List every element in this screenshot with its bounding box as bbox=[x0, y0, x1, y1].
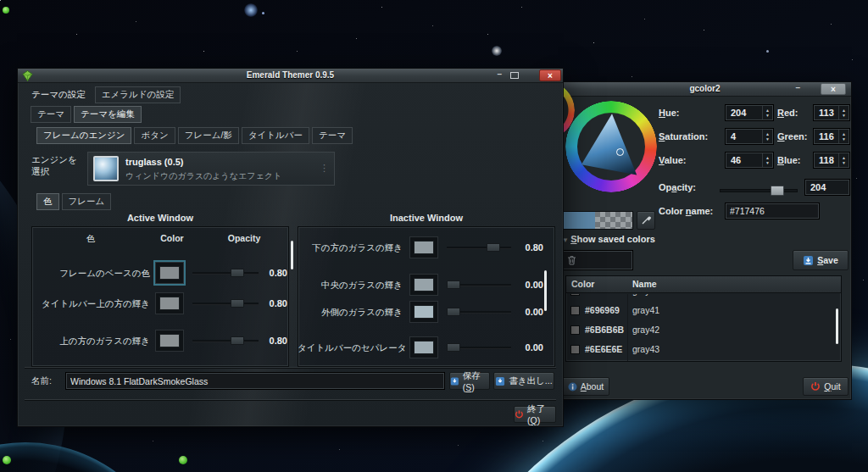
truglass-engine-icon bbox=[93, 156, 119, 181]
row-color-swatch bbox=[570, 294, 580, 296]
saved-color-row[interactable]: #6B6B6B gray42 bbox=[566, 320, 841, 340]
spin-arrows-icon[interactable]: ▲▼ bbox=[838, 106, 849, 119]
opacity-slider[interactable] bbox=[447, 284, 511, 286]
tab-emerald-settings[interactable]: エメラルドの設定 bbox=[95, 86, 181, 103]
panel-scrollbar[interactable] bbox=[544, 270, 547, 311]
tab-titlebar[interactable]: タイトルバー bbox=[242, 127, 309, 144]
tab-buttons[interactable]: ボタン bbox=[134, 127, 175, 144]
slider-handle[interactable] bbox=[231, 299, 244, 308]
color-preview bbox=[562, 211, 633, 230]
slider-handle[interactable] bbox=[231, 269, 244, 277]
editor-tabs: フレームのエンジン ボタン フレーム/影 タイトルバー テーマ bbox=[36, 127, 353, 144]
saved-color-name-input[interactable] bbox=[562, 250, 633, 270]
saved-colors-list: Color Name #666666 gray40 #696969 gray41… bbox=[565, 275, 842, 362]
opacity-slider-handle[interactable] bbox=[771, 186, 784, 196]
saturation-spinbox[interactable]: 4▲▼ bbox=[725, 128, 774, 145]
saved-color-row[interactable]: #6E6E6E gray43 bbox=[566, 340, 841, 359]
quit-button[interactable]: Quit bbox=[803, 377, 849, 396]
hue-spinbox[interactable]: 204▲▼ bbox=[725, 104, 774, 121]
panel-scrollbar[interactable] bbox=[291, 241, 293, 269]
opacity-slider[interactable] bbox=[192, 340, 259, 342]
name-column-header[interactable]: Name bbox=[632, 279, 657, 289]
color-swatch-button[interactable] bbox=[409, 336, 438, 358]
tab-edit-theme[interactable]: テーマを編集 bbox=[74, 106, 142, 123]
eyedropper-button[interactable] bbox=[637, 211, 655, 230]
about-button[interactable]: About bbox=[562, 377, 609, 396]
save-theme-button[interactable]: 保存(S) bbox=[449, 372, 490, 390]
slider-handle[interactable] bbox=[231, 336, 244, 345]
spin-arrows-icon[interactable]: ▲▼ bbox=[762, 153, 772, 167]
color-swatch-button[interactable] bbox=[155, 292, 184, 314]
tab-frame[interactable]: フレーム bbox=[62, 193, 112, 210]
tab-frame-engine[interactable]: フレームのエンジン bbox=[36, 127, 131, 144]
show-saved-colors-expander[interactable]: ▼ Show saved colors bbox=[562, 234, 655, 244]
green-spinbox[interactable]: 116▲▼ bbox=[813, 128, 850, 145]
planet-bottom-left bbox=[0, 442, 178, 472]
list-scrollbar[interactable] bbox=[836, 308, 838, 344]
export-theme-button[interactable]: 書き出し... bbox=[493, 372, 554, 390]
desktop: gcolor2 – × Hue: 204▲▼ Saturation: 4▲▼ V… bbox=[0, 0, 868, 472]
tab-themes[interactable]: テーマ bbox=[31, 106, 71, 123]
saved-colors-header: Color Name bbox=[566, 276, 841, 293]
about-button-label: About bbox=[581, 381, 604, 391]
opacity-slider[interactable] bbox=[192, 272, 259, 275]
slider-handle[interactable] bbox=[487, 243, 500, 252]
quit-button-label: Quit bbox=[824, 381, 840, 391]
opacity-slider[interactable] bbox=[447, 311, 511, 314]
value-spinbox[interactable]: 46▲▼ bbox=[725, 152, 774, 169]
tab-frame-shadow[interactable]: フレーム/影 bbox=[178, 127, 239, 144]
engine-combobox[interactable]: truglass (0.5) ウィンドウのガラスのようなエフェクト ⋮ bbox=[87, 152, 335, 186]
tab-color[interactable]: 色 bbox=[36, 193, 59, 210]
opacity-slider[interactable] bbox=[447, 247, 511, 249]
spin-arrows-icon[interactable]: ▲▼ bbox=[762, 106, 772, 119]
row-color-swatch bbox=[570, 306, 580, 315]
spin-arrows-icon[interactable]: ▲▼ bbox=[762, 130, 772, 143]
emerald-titlebar[interactable]: Emerald Themer 0.9.5 – × bbox=[18, 69, 563, 83]
close-button[interactable]: × bbox=[539, 69, 561, 81]
gcolor2-window: gcolor2 – × Hue: 204▲▼ Saturation: 4▲▼ V… bbox=[558, 81, 852, 400]
active-window-title: Active Window bbox=[31, 213, 289, 223]
color-selector-dot[interactable] bbox=[616, 148, 624, 156]
spin-arrows-icon[interactable]: ▲▼ bbox=[838, 130, 849, 143]
save-icon bbox=[450, 376, 459, 386]
opacity-slider[interactable] bbox=[720, 189, 798, 192]
gcolor2-window-title: gcolor2 bbox=[559, 84, 851, 93]
opacity-value-box[interactable]: 204 bbox=[804, 179, 850, 196]
slider-handle[interactable] bbox=[447, 280, 460, 289]
color-swatch-button[interactable] bbox=[409, 274, 438, 296]
export-icon bbox=[495, 376, 505, 386]
red-spinbox[interactable]: 113▲▼ bbox=[813, 104, 850, 121]
color-column-header[interactable]: Color bbox=[571, 279, 594, 289]
theme-name-input[interactable] bbox=[65, 372, 445, 390]
gcolor2-titlebar[interactable]: gcolor2 – × bbox=[559, 82, 851, 97]
color-swatch-button[interactable] bbox=[155, 262, 184, 284]
tab-theme-settings[interactable]: テーマの設定 bbox=[25, 86, 92, 103]
close-button[interactable]: × bbox=[821, 83, 846, 95]
minimize-button[interactable]: – bbox=[497, 69, 502, 79]
saved-color-row[interactable]: #696969 gray41 bbox=[566, 301, 841, 320]
spin-arrows-icon[interactable]: ▲▼ bbox=[838, 153, 849, 167]
save-color-button[interactable]: Save bbox=[793, 250, 849, 270]
tab-theme[interactable]: テーマ bbox=[312, 127, 353, 144]
saved-color-row[interactable]: #666666 gray40 bbox=[566, 294, 841, 301]
color-frame-tabs: 色 フレーム bbox=[36, 193, 111, 210]
name-label: 名前: bbox=[31, 375, 52, 387]
minimize-button[interactable]: – bbox=[795, 83, 800, 92]
maximize-button[interactable] bbox=[510, 72, 519, 79]
color-preview-solid bbox=[563, 212, 595, 229]
col-header-color: Color bbox=[148, 233, 196, 243]
blue-spinbox[interactable]: 118▲▼ bbox=[813, 152, 850, 169]
color-swatch-button[interactable] bbox=[409, 236, 438, 258]
info-icon bbox=[568, 382, 577, 391]
quit-button[interactable]: 終了(Q) bbox=[514, 406, 556, 423]
color-swatch-button[interactable] bbox=[155, 330, 184, 352]
opacity-slider[interactable] bbox=[192, 303, 259, 305]
slider-handle[interactable] bbox=[447, 308, 460, 316]
row-color-swatch bbox=[570, 345, 580, 354]
slider-handle[interactable] bbox=[447, 343, 460, 352]
opacity-slider[interactable] bbox=[447, 347, 511, 349]
color-name-input[interactable] bbox=[725, 203, 820, 219]
color-swatch-button[interactable] bbox=[409, 301, 438, 323]
setting-row: 下の方のガラスの輝き 0.80 bbox=[298, 236, 555, 258]
inactive-window-title: Inactive Window bbox=[298, 213, 555, 223]
